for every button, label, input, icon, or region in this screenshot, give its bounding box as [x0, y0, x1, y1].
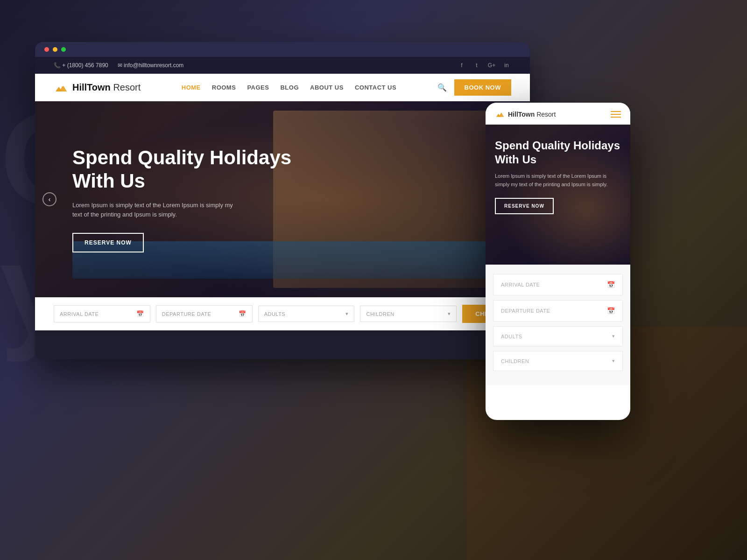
- nav-right: 🔍 BOOK NOW: [437, 79, 511, 96]
- hero-title: Spend Quality Holidays With Us: [72, 146, 306, 193]
- browser-maximize-dot[interactable]: [61, 47, 66, 52]
- mobile-arrival-label: ARRIVAL DATE: [501, 282, 540, 287]
- arrival-date-field[interactable]: ARRIVAL DATE 📅: [54, 305, 150, 322]
- mobile-logo: HillTown Resort: [495, 110, 556, 119]
- phone-number: + (1800) 456 7890: [62, 62, 108, 69]
- googleplus-icon[interactable]: G+: [487, 61, 496, 70]
- main-nav: HillTown Resort HOME ROOMS PAGES BLOG AB…: [35, 74, 530, 101]
- facebook-icon[interactable]: f: [457, 61, 466, 70]
- mobile-header: HillTown Resort: [486, 103, 630, 125]
- hamburger-line-1: [611, 111, 621, 112]
- mobile-calendar-icon-2: 📅: [607, 307, 615, 315]
- mobile-adults-field[interactable]: ADULTS ▾: [493, 326, 623, 346]
- logo-text: HillTown Resort: [72, 82, 141, 93]
- hero-section: ‹ Spend Quality Holidays With Us Lorem I…: [35, 101, 530, 297]
- hamburger-line-3: [611, 117, 621, 118]
- chevron-down-icon-2: ▾: [448, 311, 451, 317]
- logo: HillTown Resort: [54, 82, 141, 93]
- mobile-chevron-down-icon-2: ▾: [612, 358, 615, 364]
- mobile-menu-button[interactable]: [611, 111, 621, 118]
- twitter-icon[interactable]: t: [472, 61, 481, 70]
- browser-minimize-dot[interactable]: [53, 47, 57, 52]
- reserve-now-button[interactable]: RESERVE NOW: [72, 233, 144, 252]
- nav-contact[interactable]: CONTACT US: [355, 84, 396, 91]
- hamburger-line-2: [611, 114, 621, 115]
- mobile-hero: Spend Quality Holidays With Us Lorem Ips…: [486, 125, 630, 265]
- book-now-button[interactable]: BOOK NOW: [454, 79, 511, 96]
- departure-date-field[interactable]: DEPARTURE DATE 📅: [156, 305, 253, 322]
- site-header: 📞 + (1800) 456 7890 ✉ info@hilltownresor…: [35, 57, 530, 101]
- mobile-children-field[interactable]: CHILDREN ▾: [493, 351, 623, 371]
- hero-subtitle: Lorem Ipsum is simply text of the Lorem …: [72, 201, 240, 220]
- nav-about[interactable]: ABOUT US: [310, 84, 344, 91]
- mobile-departure-label: DEPARTURE DATE: [501, 308, 550, 314]
- linkedin-icon[interactable]: in: [502, 61, 511, 70]
- phone-icon: 📞: [54, 62, 61, 69]
- logo-tagline: Resort: [113, 82, 141, 92]
- arrival-date-label: ARRIVAL DATE: [60, 311, 99, 317]
- mobile-logo-icon: [495, 110, 505, 119]
- nav-blog[interactable]: BLOG: [280, 84, 299, 91]
- nav-pages[interactable]: PAGES: [247, 84, 269, 91]
- mobile-mockup: HillTown Resort Spend Quality Holidays W…: [486, 103, 630, 420]
- mobile-arrival-field[interactable]: ARRIVAL DATE 📅: [493, 274, 623, 295]
- mobile-hero-title: Spend Quality Holidays With Us: [495, 139, 621, 167]
- adults-label: ADULTS: [264, 311, 286, 317]
- chevron-down-icon: ▾: [345, 311, 349, 317]
- email-address: info@hilltownresort.com: [124, 62, 183, 69]
- desktop-mockup: 📞 + (1800) 456 7890 ✉ info@hilltownresor…: [35, 42, 530, 359]
- email-icon: ✉: [118, 62, 122, 69]
- mobile-booking-form: ARRIVAL DATE 📅 DEPARTURE DATE 📅 ADULTS ▾…: [486, 265, 630, 385]
- top-bar-left: 📞 + (1800) 456 7890 ✉ info@hilltownresor…: [54, 62, 183, 69]
- slider-prev-button[interactable]: ‹: [42, 192, 56, 206]
- hero-content: Spend Quality Holidays With Us Lorem Ips…: [72, 146, 306, 252]
- mobile-reserve-button[interactable]: RESERVE NOW: [495, 198, 554, 214]
- browser-close-dot[interactable]: [44, 47, 49, 52]
- calendar-icon: 📅: [136, 310, 144, 317]
- browser-content: 📞 + (1800) 456 7890 ✉ info@hilltownresor…: [35, 57, 530, 359]
- mobile-chevron-down-icon: ▾: [612, 333, 615, 339]
- departure-date-label: DEPARTURE DATE: [162, 311, 211, 317]
- mobile-hero-subtitle: Lorem Ipsum is simply text of the Lorem …: [495, 172, 621, 189]
- email-info: ✉ info@hilltownresort.com: [118, 62, 184, 69]
- mobile-logo-brand: HillTown: [508, 111, 535, 118]
- mobile-logo-text: HillTown Resort: [508, 111, 556, 118]
- search-icon[interactable]: 🔍: [437, 83, 447, 92]
- mobile-adults-label: ADULTS: [501, 334, 522, 339]
- nav-home[interactable]: HOME: [182, 84, 201, 91]
- children-select[interactable]: CHILDREN ▾: [360, 306, 457, 322]
- children-label: CHILDREN: [366, 311, 394, 317]
- nav-links: HOME ROOMS PAGES BLOG ABOUT US CONTACT U…: [182, 84, 396, 91]
- nav-rooms[interactable]: ROOMS: [212, 84, 236, 91]
- booking-bar: ARRIVAL DATE 📅 DEPARTURE DATE 📅 ADULTS ▾…: [35, 297, 530, 330]
- mobile-logo-tagline: Resort: [536, 111, 556, 118]
- logo-brand: HillTown: [72, 82, 111, 92]
- logo-mountain-icon: [54, 82, 69, 93]
- adults-select[interactable]: ADULTS ▾: [258, 306, 355, 322]
- phone-info: 📞 + (1800) 456 7890: [54, 62, 108, 69]
- browser-chrome: [35, 42, 530, 57]
- social-icons: f t G+ in: [457, 61, 511, 70]
- mobile-children-label: CHILDREN: [501, 358, 529, 364]
- calendar-icon-2: 📅: [239, 310, 247, 317]
- mobile-calendar-icon: 📅: [607, 281, 615, 288]
- top-bar: 📞 + (1800) 456 7890 ✉ info@hilltownresor…: [35, 57, 530, 74]
- mobile-departure-field[interactable]: DEPARTURE DATE 📅: [493, 300, 623, 322]
